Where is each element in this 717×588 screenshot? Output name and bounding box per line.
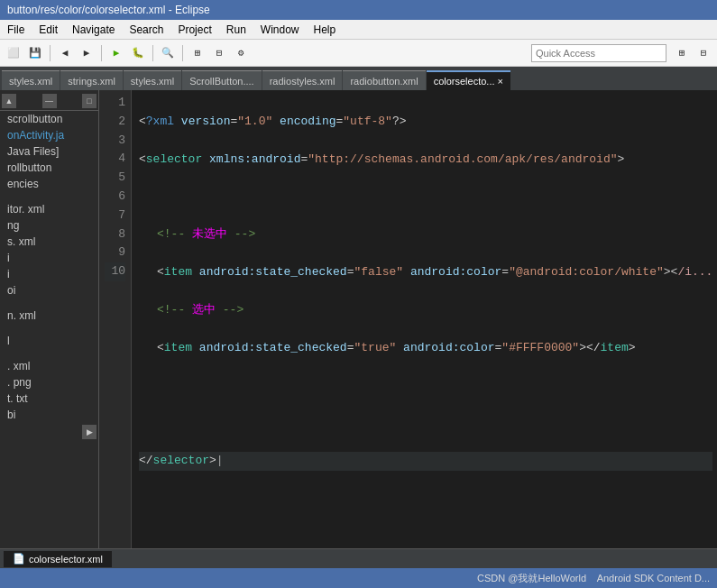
editor[interactable]: 1 2 3 4 5 6 7 8 9 10 <?xml version="1.0"…: [99, 90, 717, 548]
toolbar-btn-run[interactable]: ▶: [106, 43, 126, 63]
toolbar-btn-forward[interactable]: ▶: [77, 43, 97, 63]
code-line-4: <!-- 未选中 -->: [139, 225, 712, 244]
line-num-3: 3: [105, 132, 125, 151]
title-bar: button/res/color/colorselector.xml - Ecl…: [0, 0, 717, 20]
sidebar-minimize[interactable]: —: [42, 94, 57, 108]
code-line-2: <selector xmlns:android="http://schemas.…: [139, 151, 712, 170]
tab-radiobutton[interactable]: radiobutton.xml: [343, 70, 425, 90]
line-num-9: 9: [105, 243, 125, 262]
code-line-1: <?xml version="1.0" encoding="utf-8"?>: [139, 113, 712, 132]
code-line-10: </selector>|: [139, 452, 712, 471]
line-num-7: 7: [105, 207, 125, 225]
sidebar-item-xml[interactable]: . xml: [0, 358, 98, 374]
status-right-text: Android SDK Content D...: [597, 573, 710, 583]
sidebar-item-onactivity[interactable]: onActivity.ja: [0, 127, 98, 143]
line-num-5: 5: [105, 169, 125, 188]
toolbar-btn-save[interactable]: 💾: [25, 43, 45, 63]
line-num-2: 2: [105, 113, 125, 132]
toolbar-btn-search[interactable]: 🔍: [158, 43, 178, 63]
tab-styles2[interactable]: styles.xml: [124, 70, 181, 90]
sidebar-item-rollbutton[interactable]: rollbutton: [0, 160, 98, 176]
sidebar-maximize[interactable]: □: [82, 94, 97, 108]
title-text: button/res/color/colorselector.xml - Ecl…: [7, 4, 210, 16]
main-area: ▲ — □ scrollbutton onActivity.ja Java Fi…: [0, 90, 717, 548]
menu-edit[interactable]: Edit: [32, 22, 65, 38]
code-line-5: <item android:state_checked="false" andr…: [139, 263, 712, 282]
toolbar-btn-right2[interactable]: ⊟: [694, 43, 713, 63]
sidebar-scroll-up[interactable]: ▲: [2, 94, 16, 108]
sidebar-item-l[interactable]: l: [0, 333, 98, 349]
sidebar-item-sep3: [0, 324, 98, 333]
toolbar-btn-3[interactable]: ⚙: [231, 43, 251, 63]
toolbar-btn-2[interactable]: ⊟: [209, 43, 229, 63]
sidebar-item-ng[interactable]: ng: [0, 217, 98, 234]
watermark-text: CSDN @我就HelloWorld: [477, 573, 586, 583]
tab-scrollbutton[interactable]: ScrollButton....: [182, 70, 262, 90]
toolbar-separator-1: [50, 45, 51, 61]
bottom-tab-colorselector[interactable]: 📄 colorselector.xml: [4, 551, 112, 567]
toolbar-separator-2: [101, 45, 102, 61]
tab-radiostyles[interactable]: radiostyles.xml: [262, 70, 343, 90]
sidebar-item-png[interactable]: . png: [0, 374, 98, 390]
sidebar-item-nxml[interactable]: n. xml: [0, 308, 98, 324]
sidebar-scroll-down[interactable]: ▶: [82, 425, 97, 439]
menu-help[interactable]: Help: [307, 22, 344, 38]
sidebar-item-sep4: [0, 349, 98, 358]
sidebar-item-i1[interactable]: i: [0, 250, 98, 266]
line-num-10: 10: [105, 262, 125, 281]
tab-colorselector[interactable]: colorselecto... ×: [427, 70, 510, 90]
bottom-tab-icon: 📄: [13, 553, 25, 565]
tab-strings[interactable]: strings.xml: [60, 70, 123, 90]
line-num-6: 6: [105, 188, 125, 207]
quick-access-input[interactable]: [531, 44, 666, 62]
code-line-3: [139, 188, 712, 207]
sidebar-item-encies[interactable]: encies: [0, 176, 98, 192]
code-line-8: [139, 376, 712, 395]
toolbar-btn-right1[interactable]: ⊞: [672, 43, 692, 63]
toolbar-separator-3: [152, 45, 153, 61]
sidebar-item-javafiles[interactable]: Java Files]: [0, 143, 98, 160]
toolbar-btn-new[interactable]: ⬜: [4, 43, 23, 63]
sidebar-scroll-bottom: ▶: [0, 423, 98, 441]
tab-styles1[interactable]: styles.xml: [2, 70, 60, 90]
menu-navigate[interactable]: Navigate: [65, 22, 122, 38]
toolbar-separator-4: [182, 45, 183, 61]
menu-search[interactable]: Search: [122, 22, 170, 38]
toolbar-btn-1[interactable]: ⊞: [188, 43, 207, 63]
status-right: CSDN @我就HelloWorld Android SDK Content D…: [477, 572, 710, 585]
bottom-tabs: 📄 colorselector.xml: [0, 548, 717, 568]
sidebar-item-sep1: [0, 192, 98, 201]
status-bar: CSDN @我就HelloWorld Android SDK Content D…: [0, 568, 717, 588]
code-line-6: <!-- 选中 -->: [139, 301, 712, 320]
sidebar: ▲ — □ scrollbutton onActivity.ja Java Fi…: [0, 90, 99, 548]
menu-bar: File Edit Navigate Search Project Run Wi…: [0, 20, 717, 40]
tabs-bar: styles.xml strings.xml styles.xml Scroll…: [0, 67, 717, 90]
code-content[interactable]: <?xml version="1.0" encoding="utf-8"?> <…: [132, 90, 717, 548]
code-container: 1 2 3 4 5 6 7 8 9 10 <?xml version="1.0"…: [99, 90, 717, 548]
sidebar-item-sep2: [0, 299, 98, 308]
line-num-8: 8: [105, 225, 125, 244]
code-line-9: [139, 414, 712, 433]
line-num-4: 4: [105, 150, 125, 169]
sidebar-item-bi[interactable]: bi: [0, 407, 98, 423]
line-numbers: 1 2 3 4 5 6 7 8 9 10: [99, 90, 132, 548]
sidebar-item-sxml[interactable]: s. xml: [0, 234, 98, 250]
sidebar-item-txt[interactable]: t. txt: [0, 390, 98, 407]
toolbar: ⬜ 💾 ◀ ▶ ▶ 🐛 🔍 ⊞ ⊟ ⚙ ⊞ ⊟: [0, 40, 717, 67]
toolbar-btn-debug[interactable]: 🐛: [128, 43, 148, 63]
code-line-7: <item android:state_checked="true" andro…: [139, 339, 712, 358]
menu-window[interactable]: Window: [253, 22, 307, 38]
menu-project[interactable]: Project: [170, 22, 218, 38]
sidebar-item-i2[interactable]: i: [0, 266, 98, 282]
sidebar-item-oi[interactable]: oi: [0, 282, 98, 299]
sidebar-item-itorxml[interactable]: itor. xml: [0, 201, 98, 217]
sidebar-header: ▲ — □: [0, 92, 98, 111]
toolbar-btn-back[interactable]: ◀: [55, 43, 75, 63]
bottom-tab-label: colorselector.xml: [29, 554, 103, 565]
sidebar-item-scrollbutton[interactable]: scrollbutton: [0, 111, 98, 127]
line-num-1: 1: [105, 94, 125, 113]
menu-run[interactable]: Run: [219, 22, 253, 38]
menu-file[interactable]: File: [0, 22, 32, 38]
